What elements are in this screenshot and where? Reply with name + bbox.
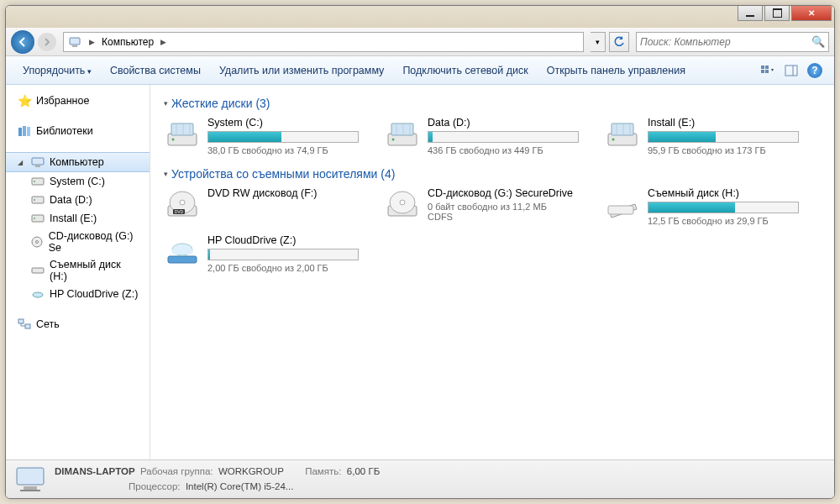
control-panel-button[interactable]: Открыть панель управления xyxy=(538,61,694,80)
view-options-button[interactable] xyxy=(759,61,777,80)
sidebar-drive-d[interactable]: Data (D:) xyxy=(6,191,150,209)
sidebar-libraries[interactable]: Библиотеки xyxy=(6,122,150,140)
forward-button[interactable] xyxy=(38,33,56,51)
explorer-window: ▶ Компьютер ▶ ▾ 🔍 Упорядочить Свойства с… xyxy=(5,5,835,499)
svg-rect-42 xyxy=(608,206,633,214)
drive-name: Съемный диск (H:) xyxy=(648,187,802,199)
drive-item[interactable]: Data (D:)436 ГБ свободно из 449 ГБ xyxy=(384,117,582,155)
drive-extra: CDFS xyxy=(428,212,582,222)
titlebar xyxy=(6,6,834,28)
preview-pane-button[interactable] xyxy=(782,61,801,80)
usage-bar xyxy=(207,131,359,143)
back-button[interactable] xyxy=(11,30,34,54)
sidebar-label: Избранное xyxy=(36,95,89,107)
svg-point-46 xyxy=(183,248,193,255)
sidebar-computer[interactable]: ◢ Компьютер xyxy=(6,152,150,172)
search-input[interactable] xyxy=(640,36,811,48)
sidebar-label: Data (D:) xyxy=(50,194,92,206)
svg-rect-1 xyxy=(72,45,77,47)
sidebar-drive-h[interactable]: Съемный диск (H:) xyxy=(6,256,150,285)
svg-rect-2 xyxy=(761,66,764,69)
navbar: ▶ Компьютер ▶ ▾ 🔍 xyxy=(6,28,834,56)
svg-rect-24 xyxy=(25,324,30,328)
drive-icon xyxy=(384,117,421,150)
ram-value: 6,00 ГБ xyxy=(347,466,380,476)
sidebar-label: Сеть xyxy=(36,318,60,330)
toolbar: Упорядочить Свойства системы Удалить или… xyxy=(6,56,834,85)
svg-point-20 xyxy=(36,241,39,244)
svg-point-26 xyxy=(172,139,175,141)
search-icon: 🔍 xyxy=(811,35,825,48)
star-icon: ⭐ xyxy=(18,94,31,108)
sidebar-label: Библиотеки xyxy=(36,125,93,137)
sidebar-drive-c[interactable]: System (C:) xyxy=(6,172,150,191)
section-title: Устройства со съемными носителями (4) xyxy=(171,167,395,181)
removable-list: DVDDVD RW дисковод (F:)CD-дисковод (G:) … xyxy=(164,187,821,273)
drive-item[interactable]: System (C:)38,0 ГБ свободно из 74,9 ГБ xyxy=(164,117,362,155)
organize-menu[interactable]: Упорядочить xyxy=(14,61,100,80)
drive-item[interactable]: CD-дисковод (G:) SecureDrive0 байт свобо… xyxy=(384,187,582,226)
sidebar-label: CD-дисковод (G:) Se xyxy=(49,230,141,254)
computer-large-icon xyxy=(14,464,46,496)
section-title: Жесткие диски (3) xyxy=(171,97,270,110)
sidebar-network[interactable]: Сеть xyxy=(6,315,150,333)
svg-rect-6 xyxy=(785,66,797,76)
network-icon xyxy=(18,318,31,331)
uninstall-program-button[interactable]: Удалить или изменить программу xyxy=(211,61,393,80)
usage-bar xyxy=(207,249,359,260)
cpu-value: Intel(R) Core(TM) i5-24... xyxy=(186,481,293,491)
drive-stat: 95,9 ГБ свободно из 173 ГБ xyxy=(648,145,802,155)
workgroup-value: WORKGROUP xyxy=(218,466,284,476)
svg-rect-48 xyxy=(24,486,37,490)
drive-item[interactable]: HP CloudDrive (Z:)2,00 ГБ свободно из 2,… xyxy=(164,234,362,273)
svg-rect-8 xyxy=(18,128,22,136)
sidebar: ⭐ Избранное Библиотеки ◢ К xyxy=(6,85,150,459)
svg-point-45 xyxy=(171,248,181,255)
drive-stat: 2,00 ГБ свободно из 2,00 ГБ xyxy=(207,263,362,273)
usage-bar xyxy=(648,131,799,143)
system-properties-button[interactable]: Свойства системы xyxy=(102,61,209,80)
svg-rect-10 xyxy=(27,127,30,136)
sidebar-drive-g[interactable]: CD-дисковод (G:) Se xyxy=(6,228,150,256)
ram-label: Память: xyxy=(305,466,341,476)
drive-icon xyxy=(164,234,201,268)
drive-name: DVD RW дисковод (F:) xyxy=(207,187,362,199)
section-header-removable[interactable]: ▾ Устройства со съемными носителями (4) xyxy=(164,167,821,181)
search-box[interactable]: 🔍 xyxy=(636,32,829,52)
svg-point-41 xyxy=(400,200,405,205)
expand-icon[interactable]: ◢ xyxy=(18,159,24,166)
sidebar-drive-e[interactable]: Install (E:) xyxy=(6,209,150,228)
hdd-list: System (C:)38,0 ГБ свободно из 74,9 ГБDa… xyxy=(164,117,821,155)
sidebar-drive-z[interactable]: HP CloudDrive (Z:) xyxy=(6,285,150,303)
sidebar-label: Съемный диск (H:) xyxy=(50,259,141,282)
drive-item[interactable]: DVDDVD RW дисковод (F:) xyxy=(164,187,362,226)
address-dropdown-button[interactable]: ▾ xyxy=(591,32,606,52)
computer-icon xyxy=(31,155,45,169)
minimize-button[interactable] xyxy=(738,6,763,21)
address-bar[interactable]: ▶ Компьютер ▶ xyxy=(63,32,584,52)
statusbar: DIMANS-LAPTOP Рабочая группа: WORKGROUP … xyxy=(6,459,834,498)
drive-name: HP CloudDrive (Z:) xyxy=(207,234,362,246)
maximize-button[interactable] xyxy=(764,6,790,21)
drive-item[interactable]: Съемный диск (H:)12,5 ГБ свободно из 29,… xyxy=(604,187,802,226)
drive-stat: 38,0 ГБ свободно из 74,9 ГБ xyxy=(207,145,362,155)
refresh-button[interactable] xyxy=(609,32,629,52)
svg-rect-49 xyxy=(20,490,40,491)
svg-point-16 xyxy=(34,199,35,201)
help-button[interactable]: ? xyxy=(806,61,824,80)
map-network-drive-button[interactable]: Подключить сетевой диск xyxy=(394,61,536,80)
sidebar-favorites[interactable]: ⭐ Избранное xyxy=(6,92,150,110)
drive-name: CD-дисковод (G:) SecureDrive xyxy=(428,187,582,199)
drive-icon: DVD xyxy=(164,187,201,221)
svg-point-29 xyxy=(392,139,395,141)
section-header-hdd[interactable]: ▾ Жесткие диски (3) xyxy=(164,97,821,110)
svg-rect-5 xyxy=(765,70,769,73)
drive-stat: 0 байт свободно из 11,2 МБ xyxy=(428,202,582,212)
close-button[interactable] xyxy=(791,6,832,21)
drive-item[interactable]: Install (E:)95,9 ГБ свободно из 173 ГБ xyxy=(604,117,802,155)
cd-icon xyxy=(31,235,44,249)
usage-bar xyxy=(648,202,799,213)
hostname: DIMANS-LAPTOP xyxy=(55,466,135,476)
drive-icon xyxy=(384,187,421,221)
breadcrumb-root[interactable]: Компьютер xyxy=(98,36,157,48)
